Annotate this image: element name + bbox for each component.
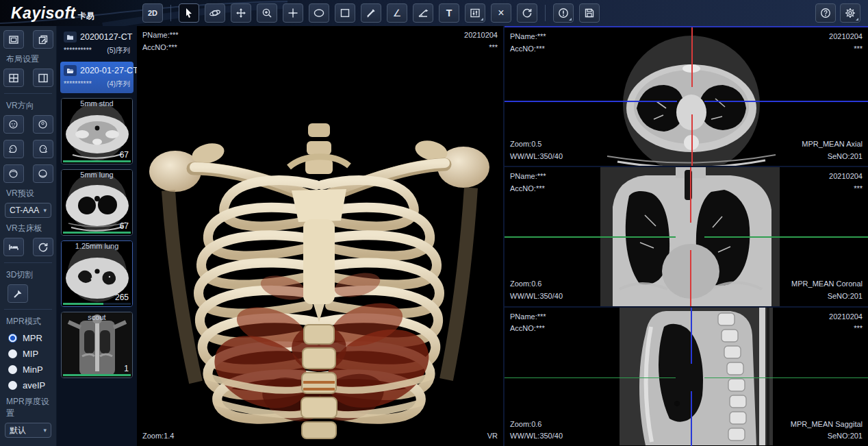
coronal-patient-overlay: PName:*** AccNO:***	[510, 171, 546, 195]
rotate-3d-button[interactable]	[205, 3, 225, 23]
layout-edit-button[interactable]	[33, 30, 53, 49]
vr-head-top-button[interactable]	[3, 164, 24, 183]
radio-aveip[interactable]: aveIP	[8, 380, 56, 391]
zoom-in-button[interactable]	[257, 3, 277, 23]
vr-type-overlay: VR	[487, 430, 498, 443]
angle-button[interactable]: ∠	[387, 3, 407, 23]
vr-head-right-button[interactable]	[33, 140, 53, 158]
vr-ribcage-render	[137, 26, 502, 446]
scalpel-button[interactable]	[8, 284, 28, 303]
study-count: (4)序列	[107, 79, 130, 89]
axial-viewport[interactable]: PName:*** AccNO:*** 20210204 *** Zoom:0.…	[505, 26, 868, 167]
study-title: 20200127-CT	[80, 32, 132, 42]
axial-crosshair-h-left[interactable]	[505, 101, 677, 102]
scalpel-icon	[12, 288, 23, 299]
vr-head-bottom-button[interactable]	[33, 164, 53, 183]
view-2d-button[interactable]: 2D	[142, 3, 163, 23]
pan-button[interactable]	[231, 3, 251, 23]
remove-bed-button[interactable]	[3, 238, 24, 256]
vr-preset-value: CT-AAA	[10, 206, 39, 215]
ellipse-tool-button[interactable]	[309, 3, 329, 23]
bed-icon	[8, 242, 19, 253]
radio-dot	[8, 381, 17, 390]
settings-button[interactable]	[840, 3, 860, 23]
vr-head-front-button[interactable]	[3, 115, 24, 134]
thumbnail-number: 67	[120, 150, 129, 160]
sagittal-crosshair-h-left[interactable]	[505, 377, 676, 379]
mpr-thickness-dropdown[interactable]: 默认 ▾	[5, 423, 51, 438]
toolbar-right-group	[813, 3, 863, 23]
mpr-thickness-label: MPR厚度设置	[6, 396, 56, 419]
vr-bed-label: VR去床板	[6, 223, 56, 234]
series-thumbnail-2[interactable]: 5mm lung 67	[61, 169, 133, 236]
coronal-crosshair-v-bottom[interactable]	[690, 250, 691, 306]
vr-zoom-overlay: Zoom:1.4	[142, 430, 174, 443]
vr-direction-label: VR方向	[6, 100, 56, 112]
head-bottom-icon	[38, 169, 48, 179]
reset-icon	[522, 8, 533, 18]
toolbar-divider	[545, 5, 546, 21]
masked-text: ***	[829, 323, 863, 335]
sagittal-crosshair-v-top[interactable]	[691, 308, 692, 364]
crosshair-button[interactable]	[283, 3, 303, 23]
study-item-1[interactable]: 20200127-CT ********** (5)序列	[60, 28, 133, 60]
sagittal-date-overlay: 20210204 ***	[829, 311, 863, 335]
reset-button[interactable]	[517, 3, 537, 23]
help-icon	[820, 8, 831, 18]
rect-tool-button[interactable]	[335, 3, 355, 23]
report-button[interactable]	[553, 3, 574, 23]
vr-head-left-button[interactable]	[3, 140, 24, 158]
study-title: 2020-01-27-CT	[80, 66, 137, 75]
head-left-icon	[8, 144, 18, 154]
series-thumbnail-4[interactable]: scout 1	[61, 312, 133, 378]
chevron-down-icon: ▾	[43, 207, 47, 214]
cobb-angle-button[interactable]	[413, 3, 433, 23]
save-button[interactable]	[579, 3, 600, 23]
measure-button[interactable]	[361, 3, 381, 23]
coronal-viewport[interactable]: PName:*** AccNO:*** 20210204 *** Zoom:0.…	[505, 167, 868, 307]
window-level-button[interactable]	[465, 3, 485, 23]
vr-viewport[interactable]: PName:*** AccNO:*** 20210204 *** Zoom:1.…	[137, 26, 503, 446]
thumbnail-progress	[63, 232, 131, 234]
thumbnail-label: 5mm stnd	[62, 99, 132, 108]
view-2d-icon: 2D	[148, 10, 157, 17]
cursor-button[interactable]	[179, 3, 199, 23]
cut-3d-label: 3D切割	[6, 269, 56, 281]
layout-monitor-button[interactable]	[3, 30, 24, 49]
head-back-icon	[38, 119, 48, 129]
coronal-crosshair-h-right[interactable]	[704, 236, 868, 238]
folder-open-icon	[64, 65, 77, 76]
axial-crosshair-v-bottom[interactable]	[691, 114, 693, 166]
sagittal-crosshair-h-right[interactable]	[704, 377, 868, 379]
mpr-mode-label: MPR模式	[6, 316, 56, 327]
coronal-crosshair-v-top[interactable]	[690, 167, 691, 223]
text-tool-button[interactable]: T	[439, 3, 459, 23]
text-tool-icon: T	[446, 8, 452, 18]
radio-mpr[interactable]: MPR	[8, 333, 56, 343]
help-button[interactable]	[815, 3, 836, 23]
radio-minp[interactable]: MinP	[8, 364, 56, 375]
ellipse-tool-icon	[313, 8, 325, 18]
reset-icon	[38, 242, 49, 253]
sagittal-crosshair-v-bottom[interactable]	[691, 391, 692, 446]
vr-preset-dropdown[interactable]: CT-AAA ▾	[5, 203, 51, 218]
axial-crosshair-h-right[interactable]	[704, 101, 868, 102]
coronal-crosshair-h-left[interactable]	[505, 236, 676, 238]
series-thumbnail-1[interactable]: 5mm stnd 67	[61, 98, 133, 164]
layout-monitor-icon	[8, 34, 19, 45]
sagittal-viewport[interactable]: PName:*** AccNO:*** 20210204 *** Zoom:0.…	[505, 308, 868, 446]
series-thumbnail-3[interactable]: 1.25mm lung 265	[61, 240, 133, 307]
axial-crosshair-v-top[interactable]	[691, 27, 693, 87]
zoom-text: Zoom:0.6	[510, 419, 563, 431]
layout-split-button[interactable]	[33, 69, 53, 87]
zoom-text: Zoom:0.5	[510, 138, 563, 151]
layout-grid-2x2-button[interactable]	[3, 69, 24, 87]
top-toolbar: Kayisoft 卡易 2D	[0, 0, 868, 26]
vr-head-back-button[interactable]	[33, 115, 53, 134]
radio-mip[interactable]: MIP	[8, 349, 56, 359]
bed-reset-button[interactable]	[33, 238, 53, 256]
vr-preset-label: VR预设	[6, 188, 56, 199]
study-item-2[interactable]: 2020-01-27-CT ********** (4)序列	[60, 62, 133, 93]
delete-button[interactable]: ×	[491, 3, 511, 23]
pname-text: PName:***	[510, 311, 546, 323]
